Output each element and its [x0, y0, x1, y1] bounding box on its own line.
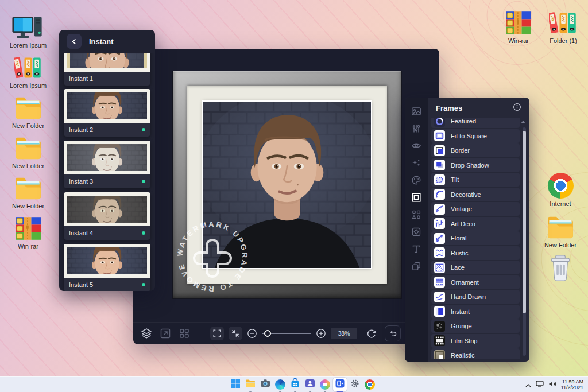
desktop-icon-new-folder[interactable]: New Folder [3, 174, 53, 209]
fullscreen-button[interactable] [210, 327, 224, 340]
rustic-icon [434, 247, 445, 258]
tool-palette-button[interactable] [411, 176, 421, 186]
desktop-icon-new-folder[interactable]: New Folder [3, 134, 53, 169]
taskbar-camera-button[interactable] [258, 378, 272, 391]
tool-elements-button[interactable] [411, 210, 421, 220]
zoom-level[interactable]: 38% [331, 328, 357, 339]
frame-style-art-deco[interactable]: Art Deco [431, 217, 520, 231]
desktop-icon-lorem-ipsum[interactable]: Lorem Ipsum [3, 54, 53, 89]
reset-button[interactable] [365, 327, 378, 340]
frame-style-decorative[interactable]: Decorative [431, 188, 520, 201]
desktop-icon-label: New Folder [12, 122, 44, 129]
tool-frame-button[interactable] [411, 193, 421, 203]
canvas-photo-frame[interactable]: WATERMARK UPGRADE TO REMOVE [172, 71, 402, 299]
desktop-icon-new-folder[interactable]: New Folder [3, 94, 53, 129]
frame-style-ornament[interactable]: Ornament [431, 275, 520, 289]
frame-style-fit-square[interactable]: Fit to Square [431, 129, 520, 143]
frame-style-grunge[interactable]: Grunge [431, 319, 520, 333]
instant-thumbnail-2[interactable]: Instant 2 [64, 89, 150, 137]
frame-style-label: Grunge [451, 323, 472, 329]
frame-style-vintage[interactable]: Vintage [431, 202, 520, 216]
folder-icon [13, 134, 43, 161]
taskbar-settings-button[interactable] [348, 378, 362, 391]
desktop-icon-lorem-ipsum[interactable]: Lorem Ipsum [3, 14, 53, 49]
start-icon [230, 378, 241, 391]
resize-canvas-button[interactable] [159, 327, 172, 340]
border-icon [434, 145, 445, 156]
speaker-icon[interactable] [548, 379, 556, 390]
back-button[interactable] [67, 34, 82, 49]
desktop: Lorem IpsumLorem IpsumNew FolderNew Fold… [0, 0, 588, 392]
frame-style-tilt[interactable]: Tilt [431, 173, 520, 187]
scroll-up-icon[interactable] [521, 121, 525, 123]
tool-sparkles-button[interactable] [411, 158, 421, 169]
taskbar-store-button[interactable] [288, 378, 302, 391]
film-strip-icon [434, 335, 445, 346]
tool-pattern-button[interactable] [411, 227, 421, 238]
frame-style-floral[interactable]: Floral [431, 231, 520, 245]
taskbar: 11:59 AM 11/2/2021 [0, 376, 588, 392]
tool-effects-eye-button[interactable] [411, 141, 421, 152]
taskbar-clock[interactable]: 11:59 AM 11/2/2021 [561, 379, 583, 390]
frame-style-label: Ornament [451, 279, 479, 286]
selected-indicator [142, 283, 145, 286]
taskbar-paint-button[interactable] [318, 378, 332, 391]
frame-preview [64, 192, 150, 226]
grid-view-button[interactable] [178, 327, 191, 340]
fit-to-screen-button[interactable] [229, 327, 242, 340]
frame-style-instant[interactable]: Instant [431, 305, 520, 319]
frames-scrollbar[interactable] [523, 127, 526, 356]
zoom-slider[interactable] [262, 329, 311, 338]
desktop-icon-win-rar[interactable]: Win-rar [3, 215, 53, 250]
frame-style-lace[interactable]: Lace [431, 261, 520, 274]
desktop-icon-label: Folder (1) [550, 37, 577, 44]
frame-style-hand-drawn[interactable]: Hand Drawn [431, 290, 520, 304]
display-icon[interactable] [536, 379, 544, 390]
zoom-slider-knob[interactable] [264, 330, 271, 337]
instant-thumbnail-5[interactable]: Instant 5 [64, 244, 150, 291]
tool-overlap-button[interactable] [411, 262, 421, 272]
desktop-icon-folder-1[interactable]: Folder (1) [542, 9, 585, 44]
chevron-up-icon[interactable] [525, 379, 531, 390]
scrollbar-thumb[interactable] [523, 131, 526, 313]
taskbar-teams-button[interactable] [303, 378, 317, 391]
camera-icon [260, 378, 270, 391]
frame-style-label: Vintage [451, 205, 472, 212]
lace-icon [434, 262, 445, 273]
desktop-icon-trash[interactable] [539, 255, 582, 281]
taskbar-chrome-button[interactable] [363, 378, 377, 391]
frame-style-rustic[interactable]: Rustic [431, 246, 520, 260]
chrome-icon [365, 379, 375, 390]
tool-image-button[interactable] [411, 107, 421, 117]
frame-style-featured[interactable]: Featured [431, 118, 520, 128]
effects-eye-icon [411, 141, 421, 153]
taskbar-start-button[interactable] [229, 378, 242, 391]
zoom-in-button[interactable] [316, 328, 326, 339]
taskbar-edge-button[interactable] [273, 378, 287, 391]
frame-style-drop-shadow[interactable]: Drop Shadow [431, 158, 520, 172]
info-icon[interactable] [513, 103, 521, 114]
tool-text-button[interactable] [411, 244, 421, 255]
desktop-icon-new-folder[interactable]: New Folder [539, 214, 582, 249]
desktop-icon-label: New Folder [544, 242, 577, 249]
desktop-icon-label: Win-rar [18, 243, 38, 250]
zoom-out-button[interactable] [247, 328, 257, 339]
tool-adjust-button[interactable] [411, 124, 421, 134]
instant-thumbnail-3[interactable]: Instant 3 [64, 141, 150, 188]
winrar-icon [14, 215, 42, 241]
art-deco-icon [434, 218, 445, 229]
instant-thumbnail-4[interactable]: Instant 4 [64, 192, 150, 240]
frame-style-label: Floral [451, 235, 467, 242]
desktop-icon-win-rar[interactable]: Win-rar [497, 9, 540, 44]
frame-style-realistic[interactable]: Realistic [431, 348, 520, 359]
layers-button[interactable] [140, 327, 153, 340]
panel-title: Instant [89, 37, 114, 46]
trash-icon [548, 255, 572, 281]
frame-style-film-strip[interactable]: Film Strip [431, 334, 520, 348]
desktop-icon-internet[interactable]: Internet [539, 172, 582, 207]
instant-thumbnail-1[interactable]: Instant 1 [64, 53, 150, 86]
taskbar-explorer-button[interactable] [243, 378, 257, 391]
taskbar-photo-app-button[interactable] [333, 378, 347, 391]
frame-style-border[interactable]: Border [431, 143, 520, 157]
undo-button[interactable] [385, 325, 401, 341]
